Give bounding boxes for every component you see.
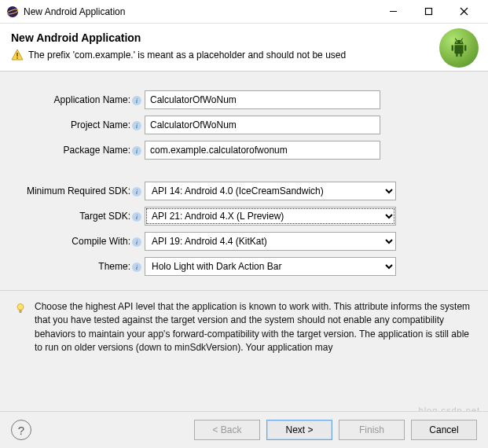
svg-rect-6: [17, 53, 17, 57]
header-message: The prefix 'com.example.' is meant as a …: [28, 50, 346, 61]
back-button: < Back: [194, 420, 260, 440]
info-icon[interactable]: i: [132, 263, 141, 272]
info-icon[interactable]: i: [132, 146, 141, 156]
info-icon[interactable]: i: [132, 237, 141, 247]
hint-area: Choose the highest API level that the ap…: [0, 290, 488, 363]
svg-point-15: [460, 42, 462, 43]
svg-point-16: [17, 304, 24, 310]
package-name-label: Package Name:i: [11, 145, 145, 156]
target-sdk-select[interactable]: API 21: Android 4.X (L Preview): [145, 207, 396, 226]
min-sdk-select[interactable]: API 14: Android 4.0 (IceCreamSandwich): [145, 182, 396, 200]
info-icon[interactable]: i: [132, 212, 141, 222]
android-icon: [439, 28, 479, 68]
svg-rect-18: [20, 312, 22, 313]
svg-rect-8: [452, 45, 453, 51]
minimize-button[interactable]: [376, 1, 411, 23]
svg-line-12: [455, 39, 457, 41]
app-name-label: Application Name:i: [11, 94, 145, 105]
info-icon[interactable]: i: [132, 96, 141, 105]
compile-with-select[interactable]: API 19: Android 4.4 (KitKat): [145, 232, 396, 251]
hint-text: Choose the highest API level that the ap…: [35, 300, 477, 355]
cancel-button[interactable]: Cancel: [411, 420, 477, 440]
theme-label: Theme:i: [11, 261, 145, 272]
theme-select[interactable]: Holo Light with Dark Action Bar: [145, 257, 396, 276]
app-name-field[interactable]: [145, 90, 380, 109]
min-sdk-label: Minimum Required SDK:i: [11, 185, 145, 196]
warning-icon: [11, 49, 24, 61]
wizard-header: New Android Application The prefix 'com.…: [0, 24, 488, 71]
close-button[interactable]: [446, 1, 482, 23]
eclipse-icon: [6, 6, 19, 18]
header-message-row: The prefix 'com.example.' is meant as a …: [11, 49, 477, 61]
project-name-label: Project Name:i: [11, 119, 145, 130]
window-title: New Android Application: [24, 6, 376, 17]
package-name-field[interactable]: [145, 141, 380, 160]
titlebar: New Android Application: [0, 0, 488, 24]
help-button[interactable]: ?: [11, 420, 31, 440]
compile-with-label: Compile With:i: [11, 236, 145, 247]
footer: ? < Back Next > Finish Cancel: [0, 411, 488, 448]
svg-rect-3: [426, 9, 432, 15]
info-icon[interactable]: i: [132, 187, 141, 196]
svg-rect-7: [17, 57, 17, 59]
project-name-field[interactable]: [145, 116, 380, 134]
form-area: Application Name:i Project Name:i Packag…: [0, 72, 488, 290]
page-title: New Android Application: [11, 31, 477, 44]
lightbulb-icon: [14, 302, 27, 314]
finish-button: Finish: [339, 420, 405, 440]
maximize-button[interactable]: [411, 1, 446, 23]
next-button[interactable]: Next >: [266, 420, 332, 440]
svg-line-13: [461, 39, 463, 41]
target-sdk-label: Target SDK:i: [11, 211, 145, 222]
svg-point-14: [456, 42, 457, 43]
svg-rect-17: [19, 310, 21, 312]
svg-rect-11: [460, 53, 461, 57]
svg-rect-10: [456, 53, 457, 57]
svg-rect-9: [464, 45, 466, 51]
info-icon[interactable]: i: [132, 121, 141, 130]
